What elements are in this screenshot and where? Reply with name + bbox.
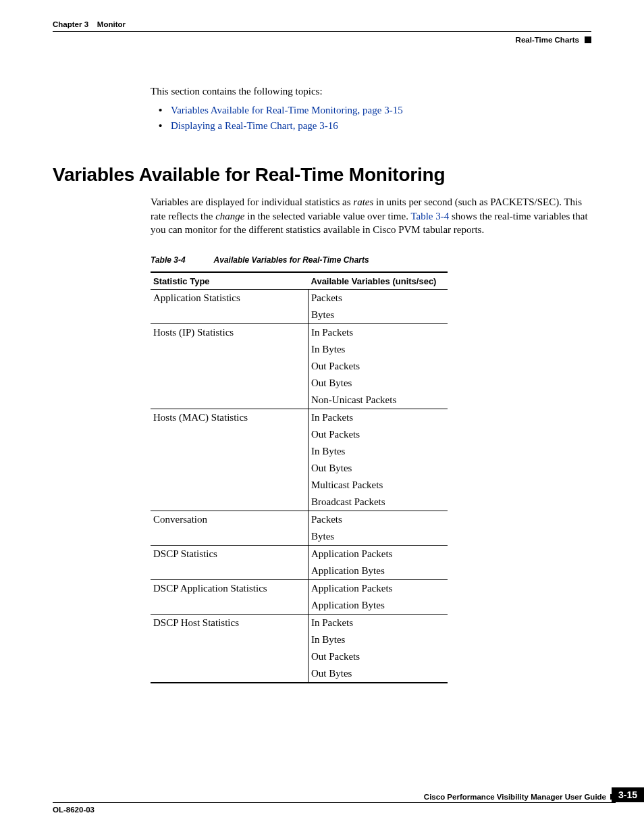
page-number: 3-15: [612, 787, 644, 802]
stat-type-cell: [151, 460, 308, 477]
table-title: Available Variables for Real-Time Charts: [214, 255, 369, 265]
xref-link[interactable]: Displaying a Real-Time Chart, page 3-16: [171, 120, 338, 131]
section-heading: Variables Available for Real-Time Monito…: [53, 164, 591, 186]
intro-bullet: Variables Available for Real-Time Monito…: [151, 105, 591, 116]
stat-type-cell: [151, 665, 308, 683]
stat-type-cell: [151, 631, 308, 648]
variable-cell: Packets: [308, 290, 448, 307]
section-label: Real-Time Charts: [516, 36, 579, 44]
doc-id: OL-8620-03: [53, 806, 95, 814]
col-header-type: Statistic Type: [151, 272, 308, 290]
stat-type-cell: Application Statistics: [151, 290, 308, 307]
intro-bullet: Displaying a Real-Time Chart, page 3-16: [151, 120, 591, 132]
stat-type-cell: [151, 443, 308, 460]
col-header-vars: Available Variables (units/sec): [308, 272, 448, 290]
intro-lead: This section contains the following topi…: [151, 84, 591, 98]
variable-cell: In Packets: [308, 409, 448, 427]
variable-cell: Broadcast Packets: [308, 494, 448, 511]
stat-type-cell: DSCP Host Statistics: [151, 615, 308, 632]
variable-cell: Bytes: [308, 528, 448, 546]
chapter-number: Chapter 3: [53, 20, 88, 28]
stat-type-cell: Hosts (IP) Statistics: [151, 324, 308, 342]
variable-cell: Application Bytes: [308, 563, 448, 580]
stat-type-cell: [151, 358, 308, 375]
variable-cell: Out Packets: [308, 358, 448, 375]
stat-type-cell: [151, 307, 308, 324]
variable-cell: In Bytes: [308, 443, 448, 460]
xref-link[interactable]: Variables Available for Real-Time Monito…: [171, 105, 403, 115]
stat-type-cell: [151, 341, 308, 358]
stat-type-cell: [151, 597, 308, 615]
body-paragraph: Variables are displayed for individual s…: [151, 195, 591, 236]
variables-table: Statistic Type Available Variables (unit…: [151, 271, 448, 683]
variable-cell: Multicast Packets: [308, 477, 448, 494]
variable-cell: Out Packets: [308, 426, 448, 443]
variable-cell: Application Packets: [308, 580, 448, 598]
variable-cell: Packets: [308, 511, 448, 529]
variable-cell: In Bytes: [308, 341, 448, 358]
footer-guide-title: Cisco Performance Visibility Manager Use…: [424, 793, 606, 801]
variable-cell: In Packets: [308, 324, 448, 342]
stat-type-cell: [151, 648, 308, 665]
variable-cell: Non-Unicast Packets: [308, 392, 448, 409]
stat-type-cell: [151, 426, 308, 443]
stat-type-cell: [151, 375, 308, 392]
variable-cell: Bytes: [308, 307, 448, 324]
table-number: Table 3-4: [151, 255, 186, 265]
variable-cell: Out Bytes: [308, 460, 448, 477]
stat-type-cell: [151, 563, 308, 580]
variable-cell: Application Bytes: [308, 597, 448, 615]
stat-type-cell: [151, 477, 308, 494]
term-rates: rates: [353, 197, 373, 207]
stat-type-cell: Conversation: [151, 511, 308, 529]
term-change: change: [215, 211, 244, 221]
variable-cell: Application Packets: [308, 546, 448, 563]
header-marker-icon: [585, 36, 591, 43]
chapter-title: Monitor: [97, 20, 126, 28]
variable-cell: Out Bytes: [308, 375, 448, 392]
stat-type-cell: [151, 392, 308, 409]
stat-type-cell: Hosts (MAC) Statistics: [151, 409, 308, 427]
stat-type-cell: [151, 528, 308, 546]
stat-type-cell: DSCP Application Statistics: [151, 580, 308, 598]
variable-cell: Out Packets: [308, 648, 448, 665]
stat-type-cell: [151, 494, 308, 511]
variable-cell: Out Bytes: [308, 665, 448, 683]
stat-type-cell: DSCP Statistics: [151, 546, 308, 563]
table-xref[interactable]: Table 3-4: [410, 211, 449, 221]
variable-cell: In Packets: [308, 615, 448, 632]
variable-cell: In Bytes: [308, 631, 448, 648]
